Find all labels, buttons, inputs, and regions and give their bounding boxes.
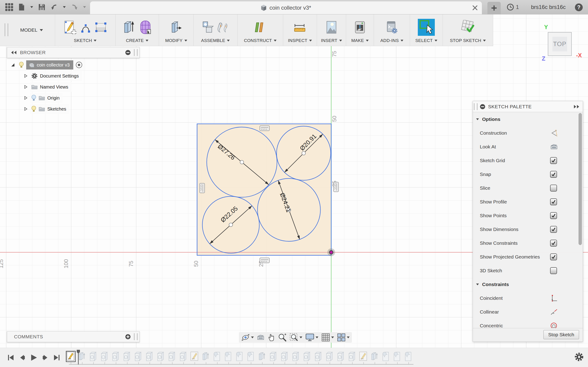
look-at-tool[interactable] xyxy=(257,334,265,340)
joint-icon[interactable] xyxy=(217,21,230,33)
chevron-down-icon[interactable] xyxy=(309,40,312,42)
stop-sketch-icon[interactable] xyxy=(460,20,476,35)
timeline-feature-hole[interactable] xyxy=(89,351,98,362)
visibility-bulb-icon[interactable] xyxy=(31,94,36,101)
palette-scrollbar[interactable] xyxy=(579,113,582,327)
chevron-down-icon[interactable] xyxy=(316,336,318,338)
chevron-down-icon[interactable] xyxy=(435,40,437,42)
coincident-icon[interactable] xyxy=(550,294,557,302)
selected-root-label[interactable]: coin collector v3 xyxy=(26,60,73,69)
sketch-grid-checkbox[interactable] xyxy=(550,157,557,164)
zoom-icon[interactable] xyxy=(278,333,287,342)
add-comment-icon[interactable] xyxy=(125,334,131,340)
activate-component-radio[interactable] xyxy=(76,61,82,68)
timeline-feature-hole[interactable] xyxy=(303,351,312,362)
pan-tool[interactable] xyxy=(268,333,275,342)
timeline-feature-extrude[interactable] xyxy=(258,351,267,362)
timeline-feature-hole[interactable] xyxy=(336,351,346,362)
form-icon[interactable] xyxy=(139,20,152,35)
toolbar-group-select[interactable]: SELECT xyxy=(410,14,443,46)
chevron-down-icon[interactable] xyxy=(251,336,254,338)
show-points-checkbox[interactable] xyxy=(550,212,557,219)
show-profile-checkbox[interactable] xyxy=(550,198,557,205)
palette-section-constraints[interactable]: Constraints xyxy=(473,277,583,291)
sketch-create-icon[interactable] xyxy=(64,20,77,35)
timeline-feature-extrude[interactable] xyxy=(201,351,210,362)
pan-icon[interactable] xyxy=(268,333,275,342)
toolbar-group-make[interactable]: MAKE xyxy=(346,14,374,46)
document-tab[interactable]: coin collector v3* xyxy=(90,1,482,14)
select-icon[interactable] xyxy=(418,19,435,36)
timeline-feature-hole[interactable] xyxy=(291,351,300,362)
expander-closed-icon[interactable] xyxy=(23,85,28,89)
rectangle-icon[interactable] xyxy=(95,22,107,33)
timeline-feature-fillet[interactable] xyxy=(404,351,413,362)
toolbar-group-modify[interactable]: MODIFY xyxy=(159,14,193,46)
show-dimensions-checkbox[interactable] xyxy=(550,226,557,233)
timeline-feature-hole[interactable] xyxy=(134,351,143,362)
orbit-tool[interactable] xyxy=(241,333,254,342)
timeline-feature-fillet[interactable] xyxy=(246,351,255,362)
browser-grip[interactable] xyxy=(134,49,138,56)
toolbar-group-assemble[interactable]: ASSEMBLE xyxy=(193,14,237,46)
timeline-feature-hole[interactable] xyxy=(314,351,323,362)
look-at-icon[interactable] xyxy=(550,144,558,150)
chevron-down-icon[interactable] xyxy=(94,40,96,42)
app-menu-icon[interactable] xyxy=(4,2,14,12)
chevron-down-icon[interactable] xyxy=(274,40,277,42)
timeline-feature-sketch[interactable] xyxy=(66,351,75,362)
display-tool[interactable] xyxy=(305,333,318,342)
collinear-icon[interactable] xyxy=(550,309,558,315)
file-menu-caret-icon[interactable] xyxy=(29,2,35,12)
toolbar-group-insert[interactable]: INSERT xyxy=(317,14,346,46)
timeline-feature-fillet[interactable] xyxy=(212,351,222,362)
new-component-icon[interactable] xyxy=(201,20,214,34)
show-projected-geometries-checkbox[interactable] xyxy=(550,253,557,260)
section-collapse-icon[interactable] xyxy=(476,118,479,120)
viewcube[interactable]: TOP Y Z -X xyxy=(548,32,572,56)
construction-icon[interactable] xyxy=(550,129,559,137)
comments-grip[interactable] xyxy=(134,333,138,340)
toolbar-group-stop-sketch[interactable]: STOP SKETCH xyxy=(443,14,493,46)
toolbar-group-sketch[interactable]: SKETCH xyxy=(55,14,115,46)
help-button[interactable]: ? xyxy=(575,3,583,11)
toolbar-group-construct[interactable]: CONSTRUCT xyxy=(237,14,283,46)
collapse-left-icon[interactable] xyxy=(11,50,17,55)
panel-remove-icon[interactable] xyxy=(480,104,485,109)
toolbar-group-create[interactable]: CREATE xyxy=(115,14,159,46)
timeline-feature-hole[interactable] xyxy=(122,351,132,362)
chevron-down-icon[interactable] xyxy=(401,40,403,42)
3d-sketch-checkbox[interactable] xyxy=(550,267,557,274)
arc-icon[interactable] xyxy=(80,21,92,33)
stop-sketch-button[interactable]: Stop Sketch xyxy=(544,330,579,339)
slice-checkbox[interactable] xyxy=(550,185,557,192)
timeline-step-forward-button[interactable] xyxy=(41,354,49,361)
new-tab-button[interactable] xyxy=(487,2,501,14)
timeline-feature-hole[interactable] xyxy=(347,351,357,362)
timeline-feature-hole[interactable] xyxy=(145,351,154,362)
concentric-icon[interactable] xyxy=(550,322,557,328)
timeline-feature-fillet[interactable] xyxy=(235,351,244,362)
browser-item-named-views[interactable]: Named Views xyxy=(7,81,140,92)
timeline-step-back-button[interactable] xyxy=(18,354,26,361)
timeline-feature-hole[interactable] xyxy=(325,351,334,362)
snap-checkbox[interactable] xyxy=(550,171,557,178)
timeline-feature-fillet[interactable] xyxy=(224,351,233,362)
timeline-feature-hole[interactable] xyxy=(100,351,109,362)
print-3d-icon[interactable] xyxy=(354,21,366,34)
viewports-icon[interactable] xyxy=(337,333,346,342)
plane-icon[interactable] xyxy=(254,21,267,34)
sketch-palette-header[interactable]: SKETCH PALETTE xyxy=(473,101,583,112)
zoom-tool[interactable] xyxy=(278,333,287,342)
timeline-play-button[interactable] xyxy=(30,354,38,361)
scripts-icon[interactable] xyxy=(386,21,398,34)
timeline-ruler[interactable] xyxy=(69,364,414,365)
display-icon[interactable] xyxy=(305,333,314,342)
window-zoom-tool[interactable] xyxy=(290,333,302,342)
file-menu-icon[interactable] xyxy=(17,2,27,12)
undo-caret-icon[interactable] xyxy=(61,2,67,12)
press-pull-icon[interactable] xyxy=(170,20,183,34)
look-at-icon[interactable] xyxy=(257,334,265,340)
workspace-selector[interactable]: MODEL xyxy=(8,14,55,46)
collapse-right-icon[interactable] xyxy=(573,105,579,109)
